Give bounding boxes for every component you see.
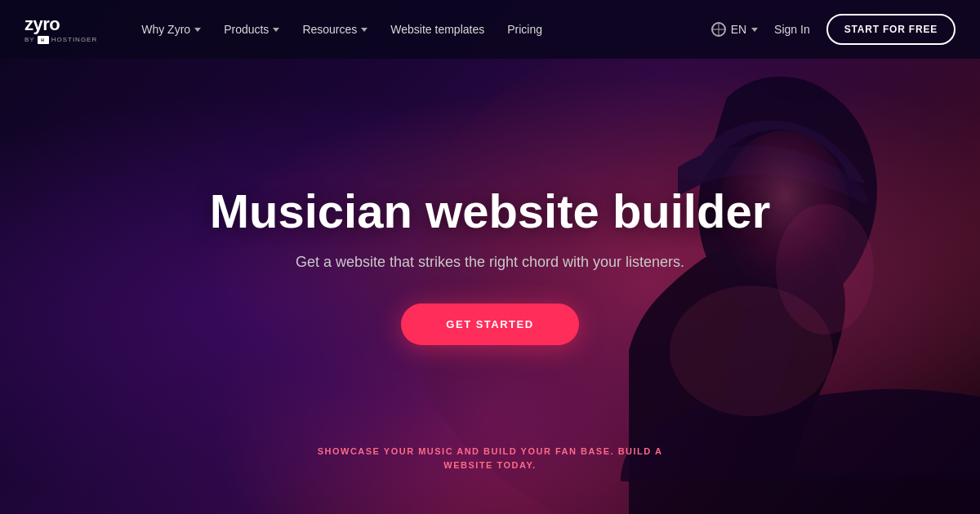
hero-section: zyro BY H HOSTINGER Why Zyro Products Re…	[0, 0, 980, 514]
logo[interactable]: zyro BY H HOSTINGER	[24, 16, 97, 44]
globe-icon	[711, 22, 726, 37]
logo-sub: BY H HOSTINGER	[24, 36, 97, 44]
get-started-button[interactable]: GET STARTED	[401, 304, 578, 345]
chevron-down-icon	[273, 28, 279, 32]
hostinger-icon: H	[38, 36, 49, 44]
hero-subtitle: Get a website that strikes the right cho…	[210, 254, 770, 271]
nav-item-pricing[interactable]: Pricing	[496, 16, 554, 42]
nav-right: EN Sign In START FOR FREE	[711, 14, 956, 45]
hero-title: Musician website builder	[210, 185, 770, 237]
nav-item-resources[interactable]: Resources	[291, 16, 379, 42]
hero-content: Musician website builder Get a website t…	[210, 169, 770, 345]
navbar: zyro BY H HOSTINGER Why Zyro Products Re…	[0, 0, 980, 59]
nav-item-why-zyro[interactable]: Why Zyro	[130, 16, 212, 42]
nav-links: Why Zyro Products Resources Website temp…	[130, 16, 710, 42]
nav-item-products[interactable]: Products	[212, 16, 291, 42]
sign-in-button[interactable]: Sign In	[771, 16, 813, 42]
nav-item-website-templates[interactable]: Website templates	[379, 16, 496, 42]
language-selector[interactable]: EN	[711, 22, 758, 37]
start-for-free-button[interactable]: START FOR FREE	[826, 14, 956, 45]
hero-footer-tagline: SHOWCASE YOUR MUSIC AND BUILD YOUR FAN B…	[318, 445, 663, 473]
chevron-down-icon	[194, 28, 201, 32]
chevron-down-icon	[751, 28, 758, 32]
chevron-down-icon	[361, 28, 368, 32]
logo-text: zyro	[24, 16, 97, 33]
